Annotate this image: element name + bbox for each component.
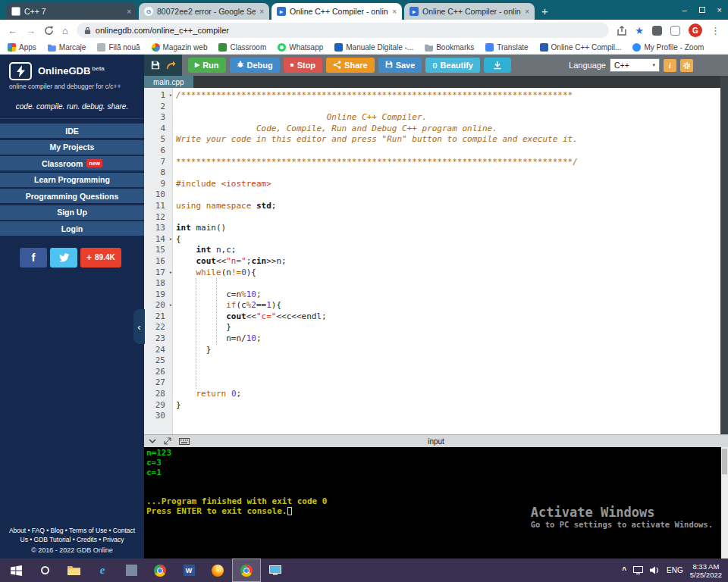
language-indicator[interactable]: ENG bbox=[667, 566, 683, 574]
browser-tab-4[interactable]: ▸Online C++ Compiler - online ed...× bbox=[404, 3, 535, 20]
addthis-share-button[interactable]: +89.4K bbox=[80, 248, 121, 268]
chrome-taskbar-button[interactable] bbox=[232, 559, 261, 582]
display-icon[interactable] bbox=[633, 566, 643, 574]
forward-icon[interactable]: → bbox=[26, 26, 36, 36]
file-actions bbox=[144, 55, 182, 76]
terminal-output[interactable]: n=123c=3c=1...Program finished with exit… bbox=[144, 447, 728, 559]
clock[interactable]: 8:33 AM 5/25/2022 bbox=[690, 562, 722, 579]
tab-close-icon[interactable]: × bbox=[127, 8, 131, 16]
tab-close-icon[interactable]: × bbox=[525, 8, 529, 16]
sidebar-collapse-button[interactable]: ‹ bbox=[133, 309, 145, 344]
firefox-taskbar-button[interactable] bbox=[203, 559, 232, 582]
sidebar-item-programming-questions[interactable]: Programming Questions bbox=[0, 189, 144, 203]
footer-links[interactable]: About • FAQ • Blog • Terms of Use • Cont… bbox=[5, 526, 139, 544]
twitter-button[interactable] bbox=[50, 248, 77, 268]
chrome-icon bbox=[240, 565, 253, 577]
share-icon[interactable] bbox=[617, 26, 626, 36]
sidebar-item-label: Classroom bbox=[42, 159, 83, 168]
language-select[interactable]: C++▾ bbox=[610, 58, 660, 72]
sidebar-item-learn-programming[interactable]: Learn Programming bbox=[0, 173, 144, 187]
beta-label: beta bbox=[92, 65, 104, 72]
beautify-button[interactable]: {}Beautify bbox=[425, 58, 480, 73]
code-area[interactable]: /***************************************… bbox=[173, 88, 728, 434]
browser-tab-2[interactable]: G80072ee2 error - Google Search× bbox=[139, 3, 269, 20]
browser-menu-icon[interactable]: ⋮ bbox=[711, 26, 720, 36]
fold-icon[interactable]: ▾ bbox=[169, 300, 172, 311]
settings-button[interactable] bbox=[680, 59, 693, 72]
fold-icon[interactable]: ▾ bbox=[169, 90, 172, 102]
sidebar-item-login[interactable]: Login bbox=[0, 221, 144, 236]
download-button[interactable] bbox=[484, 58, 511, 73]
stop-button[interactable]: ■Stop bbox=[284, 58, 322, 73]
resize-console-icon[interactable] bbox=[164, 437, 171, 445]
tab-close-icon[interactable]: × bbox=[259, 8, 264, 16]
save-file-icon[interactable] bbox=[151, 61, 160, 70]
save-button[interactable]: Save bbox=[378, 58, 422, 73]
maximize-window-icon[interactable] bbox=[699, 7, 705, 13]
tab-close-icon[interactable]: × bbox=[392, 8, 397, 16]
screen-share-taskbar-button[interactable] bbox=[261, 559, 290, 582]
sidebar-item-my-projects[interactable]: My Projects bbox=[0, 140, 144, 155]
file-explorer-taskbar-button[interactable] bbox=[59, 559, 88, 582]
run-button[interactable]: ▶Run bbox=[188, 58, 226, 73]
search-taskbar-button[interactable] bbox=[30, 559, 59, 582]
debug-button[interactable]: Debug bbox=[230, 58, 280, 73]
word-taskbar-button[interactable]: W bbox=[174, 559, 203, 582]
bookmark-my-profile-zoom[interactable]: My Profile - Zoom bbox=[632, 43, 704, 52]
line-number: 13 bbox=[144, 223, 172, 234]
volume-icon[interactable] bbox=[650, 566, 660, 574]
bookmark-classroom[interactable]: Classroom bbox=[218, 43, 266, 52]
browser-tab-1[interactable]: C++ 7× bbox=[6, 3, 136, 20]
keyboard-icon[interactable] bbox=[179, 438, 190, 445]
back-icon[interactable]: ← bbox=[8, 26, 17, 36]
minimize-window-icon[interactable]: – bbox=[682, 5, 686, 14]
collapse-console-icon[interactable] bbox=[149, 439, 156, 443]
firefox-icon bbox=[212, 565, 224, 577]
extension-icon[interactable] bbox=[670, 26, 680, 36]
chrome-taskbar-button[interactable] bbox=[146, 559, 174, 582]
start-taskbar-button[interactable] bbox=[2, 559, 30, 582]
extension-icon[interactable] bbox=[652, 26, 662, 36]
code-editor[interactable]: 1▾234567891011121314▾151617▾181920▾21222… bbox=[144, 88, 728, 434]
browser-tab-3[interactable]: ▸Online C++ Compiler - online ed...× bbox=[271, 3, 402, 20]
bookmark-whatsapp[interactable]: Whatsapp bbox=[278, 43, 323, 52]
close-window-icon[interactable]: × bbox=[717, 5, 722, 14]
facebook-button[interactable]: f bbox=[20, 248, 47, 268]
new-badge: new bbox=[86, 159, 102, 167]
bookmark-translate[interactable]: Translate bbox=[485, 43, 528, 52]
fold-icon[interactable]: ▾ bbox=[169, 234, 172, 246]
bookmark-online-c-compil[interactable]: Online C++ Compil... bbox=[540, 43, 622, 52]
bookmark-star-icon[interactable]: ★ bbox=[635, 26, 644, 36]
sidebar-item-ide[interactable]: IDE bbox=[0, 124, 144, 138]
console-header: input bbox=[144, 434, 728, 447]
brand[interactable]: OnlineGDBbeta bbox=[9, 62, 135, 80]
bookmark-apps[interactable]: Apps bbox=[8, 43, 36, 52]
browser-toolbar: ← → ⌂ onlinegdb.com/online_c++_compiler … bbox=[0, 20, 728, 41]
internet-explorer-taskbar-button[interactable]: e bbox=[88, 559, 117, 582]
hidden-icons-button[interactable]: ^ bbox=[622, 566, 626, 574]
bookmark-bookmarks[interactable]: Bookmarks bbox=[425, 43, 474, 52]
file-tab-bar: main.cpp bbox=[144, 76, 728, 88]
new-tab-button[interactable]: + bbox=[541, 5, 548, 17]
sidebar-item-classroom[interactable]: Classroomnew bbox=[0, 156, 144, 171]
bookmark-magazin-web[interactable]: Magazin web bbox=[152, 43, 208, 52]
share-code-button[interactable]: Share bbox=[326, 58, 375, 73]
bookmark-fil-nou[interactable]: Filă nouă bbox=[97, 43, 140, 52]
info-button[interactable]: i bbox=[664, 59, 676, 72]
terminal-cursor bbox=[287, 507, 292, 515]
fold-icon[interactable]: ▾ bbox=[169, 268, 172, 279]
address-bar[interactable]: onlinegdb.com/online_c++_compiler bbox=[77, 23, 609, 38]
home-icon[interactable]: ⌂ bbox=[62, 26, 68, 36]
console-scrollbar[interactable] bbox=[721, 447, 728, 559]
editor-scrollbar[interactable] bbox=[720, 76, 728, 434]
scrollbar-thumb[interactable] bbox=[722, 449, 727, 474]
profile-avatar[interactable]: G bbox=[689, 23, 702, 37]
bookmark-marcaje[interactable]: Marcaje bbox=[48, 43, 86, 52]
reload-icon[interactable] bbox=[44, 26, 54, 36]
fork-icon[interactable] bbox=[166, 61, 176, 70]
file-tab-main-cpp[interactable]: main.cpp bbox=[144, 76, 193, 88]
sidebar-item-sign-up[interactable]: Sign Up bbox=[0, 205, 144, 220]
store-taskbar-button[interactable] bbox=[117, 559, 146, 582]
line-number: 9 bbox=[144, 179, 172, 190]
bookmark-manuale-digitale[interactable]: Manuale Digitale -... bbox=[334, 43, 413, 52]
